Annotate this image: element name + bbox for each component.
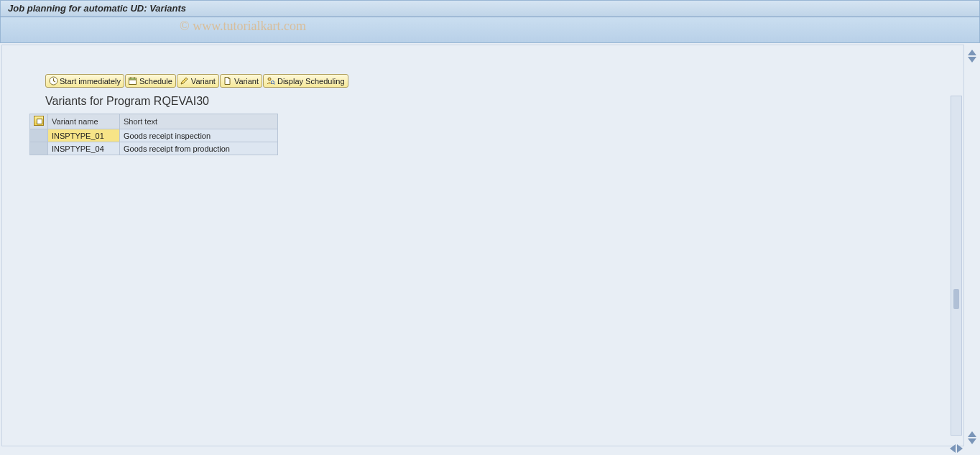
horizontal-scroll-indicator bbox=[950, 443, 963, 454]
window-title: Job planning for automatic UD: Variants bbox=[8, 3, 186, 14]
scrollbar-grip[interactable] bbox=[953, 289, 959, 309]
button-toolbar: Start immediately Schedule Variant Varia… bbox=[29, 74, 425, 88]
cell-short-text: Goods receipt inspection bbox=[120, 129, 278, 142]
select-all-icon bbox=[34, 116, 44, 126]
person-search-icon bbox=[266, 76, 276, 86]
variant-new-button[interactable]: Variant bbox=[220, 74, 262, 88]
row-selector[interactable] bbox=[30, 142, 48, 155]
pencil-icon bbox=[180, 76, 190, 86]
variants-panel: Start immediately Schedule Variant Varia… bbox=[29, 74, 425, 155]
section-title: Variants for Program RQEVAI30 bbox=[29, 91, 425, 114]
cell-short-text: Goods receipt from production bbox=[120, 142, 278, 155]
select-all-header[interactable] bbox=[30, 114, 48, 129]
scroll-left-icon[interactable] bbox=[950, 444, 956, 453]
cell-variant-name[interactable]: INSPTYPE_01 bbox=[48, 129, 120, 142]
scroll-right-icon[interactable] bbox=[957, 444, 963, 453]
variant-edit-button[interactable]: Variant bbox=[177, 74, 219, 88]
clock-icon bbox=[48, 76, 58, 86]
row-selector[interactable] bbox=[30, 129, 48, 142]
svg-rect-2 bbox=[129, 78, 137, 81]
cell-variant-name[interactable]: INSPTYPE_04 bbox=[48, 142, 120, 155]
display-scheduling-button[interactable]: Display Scheduling bbox=[263, 74, 348, 88]
vertical-scrollbar[interactable] bbox=[951, 96, 962, 436]
application-toolbar bbox=[0, 17, 980, 43]
table-row[interactable]: INSPTYPE_01 Goods receipt inspection bbox=[30, 129, 278, 142]
table-row[interactable]: INSPTYPE_04 Goods receipt from productio… bbox=[30, 142, 278, 155]
svg-point-6 bbox=[272, 81, 274, 84]
content-area: Start immediately Schedule Variant Varia… bbox=[1, 45, 964, 446]
schedule-button[interactable]: Schedule bbox=[125, 74, 176, 88]
svg-line-7 bbox=[274, 83, 275, 85]
window-title-bar: Job planning for automatic UD: Variants bbox=[0, 0, 980, 17]
scroll-indicator-top bbox=[967, 49, 977, 63]
scroll-down-icon[interactable] bbox=[968, 57, 976, 63]
scroll-up-icon[interactable] bbox=[968, 431, 976, 437]
button-label: Variant bbox=[234, 77, 259, 86]
button-label: Display Scheduling bbox=[277, 77, 345, 86]
button-label: Variant bbox=[191, 77, 216, 86]
start-immediately-button[interactable]: Start immediately bbox=[45, 74, 124, 88]
button-label: Schedule bbox=[139, 77, 172, 86]
calendar-icon bbox=[128, 76, 138, 86]
column-header-variant-name[interactable]: Variant name bbox=[48, 114, 120, 129]
svg-point-5 bbox=[268, 78, 271, 81]
scroll-indicator-bottom bbox=[967, 431, 977, 445]
scroll-down-icon[interactable] bbox=[968, 438, 976, 444]
column-header-short-text[interactable]: Short text bbox=[120, 114, 278, 129]
document-icon bbox=[223, 76, 233, 86]
table-header-row: Variant name Short text bbox=[30, 114, 278, 129]
button-label: Start immediately bbox=[60, 77, 121, 86]
variants-table: Variant name Short text INSPTYPE_01 Good… bbox=[29, 114, 278, 155]
scroll-up-icon[interactable] bbox=[968, 50, 976, 55]
